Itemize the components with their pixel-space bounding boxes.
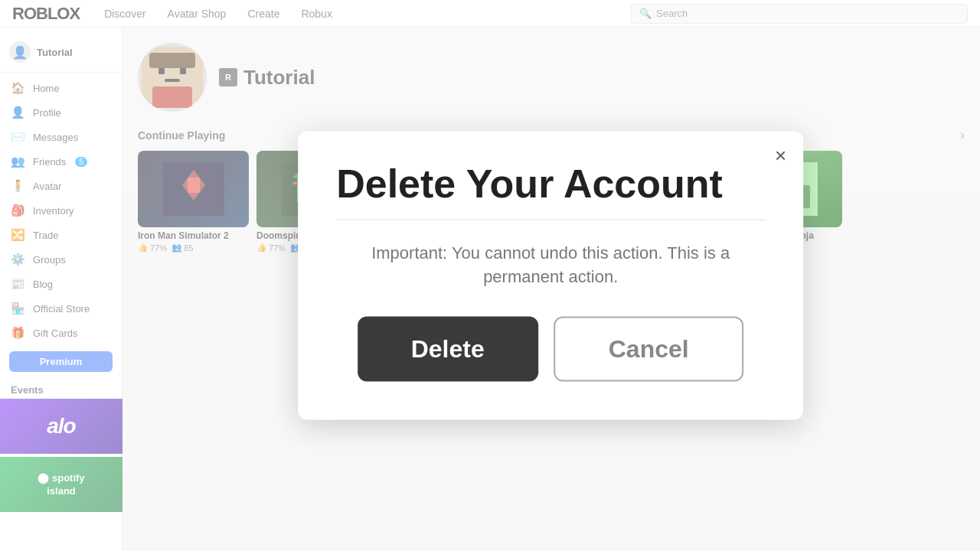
modal-body: Important: You cannot undo this action. … xyxy=(336,242,765,289)
delete-confirm-button[interactable]: Delete xyxy=(358,316,538,381)
modal-divider xyxy=(336,220,765,220)
cancel-button[interactable]: Cancel xyxy=(554,316,744,381)
delete-account-modal: × Delete Your Account Important: You can… xyxy=(298,132,803,420)
modal-buttons: Delete Cancel xyxy=(336,316,765,381)
modal-close-button[interactable]: × xyxy=(775,145,786,165)
modal-title: Delete Your Account xyxy=(336,162,765,206)
